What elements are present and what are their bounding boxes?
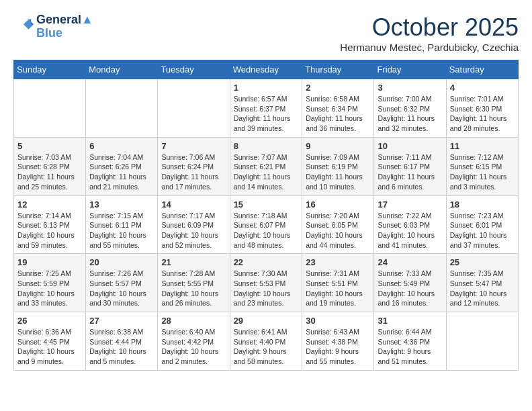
header-saturday: Saturday: [446, 60, 518, 79]
day-detail: Sunrise: 7:18 AM Sunset: 6:07 PM Dayligh…: [234, 211, 299, 250]
calendar-cell: 29Sunrise: 6:41 AM Sunset: 4:40 PM Dayli…: [230, 312, 302, 371]
calendar-week-row: 19Sunrise: 7:25 AM Sunset: 5:59 PM Dayli…: [14, 254, 519, 312]
day-number: 30: [306, 316, 370, 326]
calendar-cell: 16Sunrise: 7:20 AM Sunset: 6:05 PM Dayli…: [302, 195, 374, 254]
day-detail: Sunrise: 6:44 AM Sunset: 4:36 PM Dayligh…: [378, 327, 442, 367]
calendar-cell: 30Sunrise: 6:43 AM Sunset: 4:38 PM Dayli…: [302, 312, 374, 371]
title-block: October 2025 Hermanuv Mestec, Pardubicky…: [340, 13, 519, 53]
calendar-cell: 28Sunrise: 6:40 AM Sunset: 4:42 PM Dayli…: [158, 312, 230, 371]
calendar-cell: 26Sunrise: 6:36 AM Sunset: 4:45 PM Dayli…: [14, 312, 86, 371]
day-detail: Sunrise: 7:12 AM Sunset: 6:15 PM Dayligh…: [450, 152, 515, 192]
header-friday: Friday: [374, 60, 446, 79]
calendar-week-row: 1Sunrise: 6:57 AM Sunset: 6:37 PM Daylig…: [14, 79, 519, 138]
day-detail: Sunrise: 7:00 AM Sunset: 6:32 PM Dayligh…: [378, 94, 442, 134]
calendar-cell: [158, 79, 230, 138]
day-number: 3: [378, 83, 442, 93]
day-detail: Sunrise: 7:35 AM Sunset: 5:47 PM Dayligh…: [450, 269, 515, 308]
day-detail: Sunrise: 6:36 AM Sunset: 4:45 PM Dayligh…: [17, 327, 82, 367]
day-detail: Sunrise: 6:43 AM Sunset: 4:38 PM Dayligh…: [306, 327, 370, 367]
calendar-cell: 1Sunrise: 6:57 AM Sunset: 6:37 PM Daylig…: [230, 79, 302, 138]
day-number: 6: [89, 141, 154, 151]
calendar-cell: 9Sunrise: 7:09 AM Sunset: 6:19 PM Daylig…: [302, 137, 374, 195]
day-number: 11: [450, 141, 515, 151]
logo-text: General▲ Blue: [36, 13, 93, 40]
day-detail: Sunrise: 7:04 AM Sunset: 6:26 PM Dayligh…: [89, 152, 154, 192]
day-number: 23: [306, 257, 370, 267]
calendar-cell: 25Sunrise: 7:35 AM Sunset: 5:47 PM Dayli…: [446, 254, 518, 312]
day-number: 16: [306, 199, 370, 210]
location-title: Hermanuv Mestec, Pardubicky, Czechia: [340, 42, 519, 53]
logo: General▲ Blue: [13, 13, 93, 40]
calendar-header-row: SundayMondayTuesdayWednesdayThursdayFrid…: [14, 60, 519, 79]
day-number: 8: [234, 141, 299, 151]
day-detail: Sunrise: 6:58 AM Sunset: 6:34 PM Dayligh…: [306, 94, 370, 134]
day-number: 29: [234, 316, 299, 326]
day-number: 19: [17, 257, 82, 267]
day-number: 28: [161, 316, 226, 326]
calendar-cell: 20Sunrise: 7:26 AM Sunset: 5:57 PM Dayli…: [86, 254, 158, 312]
day-number: 15: [234, 199, 299, 210]
day-number: 22: [234, 257, 299, 267]
calendar-table: SundayMondayTuesdayWednesdayThursdayFrid…: [13, 60, 519, 371]
day-detail: Sunrise: 7:28 AM Sunset: 5:55 PM Dayligh…: [161, 269, 226, 308]
calendar-week-row: 26Sunrise: 6:36 AM Sunset: 4:45 PM Dayli…: [14, 312, 519, 371]
calendar-cell: 11Sunrise: 7:12 AM Sunset: 6:15 PM Dayli…: [446, 137, 518, 195]
logo-icon: [13, 17, 34, 37]
calendar-cell: 21Sunrise: 7:28 AM Sunset: 5:55 PM Dayli…: [158, 254, 230, 312]
calendar-cell: 23Sunrise: 7:31 AM Sunset: 5:51 PM Dayli…: [302, 254, 374, 312]
calendar-cell: 8Sunrise: 7:07 AM Sunset: 6:21 PM Daylig…: [230, 137, 302, 195]
day-detail: Sunrise: 7:14 AM Sunset: 6:13 PM Dayligh…: [17, 211, 82, 250]
calendar-cell: 7Sunrise: 7:06 AM Sunset: 6:24 PM Daylig…: [158, 137, 230, 195]
calendar-cell: 19Sunrise: 7:25 AM Sunset: 5:59 PM Dayli…: [14, 254, 86, 312]
calendar-cell: 14Sunrise: 7:17 AM Sunset: 6:09 PM Dayli…: [158, 195, 230, 254]
calendar-cell: [446, 312, 518, 371]
day-number: 14: [161, 199, 226, 210]
calendar-cell: 18Sunrise: 7:23 AM Sunset: 6:01 PM Dayli…: [446, 195, 518, 254]
day-number: 17: [378, 199, 442, 210]
day-detail: Sunrise: 7:23 AM Sunset: 6:01 PM Dayligh…: [450, 211, 515, 250]
day-number: 25: [450, 257, 515, 267]
day-detail: Sunrise: 7:07 AM Sunset: 6:21 PM Dayligh…: [234, 152, 299, 192]
day-detail: Sunrise: 6:41 AM Sunset: 4:40 PM Dayligh…: [234, 327, 299, 367]
day-detail: Sunrise: 6:57 AM Sunset: 6:37 PM Dayligh…: [234, 94, 299, 134]
day-detail: Sunrise: 7:01 AM Sunset: 6:30 PM Dayligh…: [450, 94, 515, 134]
day-number: 12: [17, 199, 82, 210]
day-detail: Sunrise: 7:20 AM Sunset: 6:05 PM Dayligh…: [306, 211, 370, 250]
day-number: 4: [450, 83, 515, 93]
day-number: 13: [89, 199, 154, 210]
calendar-cell: 15Sunrise: 7:18 AM Sunset: 6:07 PM Dayli…: [230, 195, 302, 254]
day-detail: Sunrise: 7:31 AM Sunset: 5:51 PM Dayligh…: [306, 269, 370, 308]
header-thursday: Thursday: [302, 60, 374, 79]
day-number: 24: [378, 257, 442, 267]
day-detail: Sunrise: 7:15 AM Sunset: 6:11 PM Dayligh…: [89, 211, 154, 250]
calendar-cell: 12Sunrise: 7:14 AM Sunset: 6:13 PM Dayli…: [14, 195, 86, 254]
day-detail: Sunrise: 7:11 AM Sunset: 6:17 PM Dayligh…: [378, 152, 442, 192]
calendar-cell: 31Sunrise: 6:44 AM Sunset: 4:36 PM Dayli…: [374, 312, 446, 371]
header-tuesday: Tuesday: [158, 60, 230, 79]
day-detail: Sunrise: 7:06 AM Sunset: 6:24 PM Dayligh…: [161, 152, 226, 192]
day-number: 9: [306, 141, 370, 151]
day-number: 18: [450, 199, 515, 210]
day-number: 31: [378, 316, 442, 326]
day-detail: Sunrise: 6:38 AM Sunset: 4:44 PM Dayligh…: [89, 327, 154, 367]
calendar-cell: [14, 79, 86, 138]
header-monday: Monday: [86, 60, 158, 79]
calendar-cell: 3Sunrise: 7:00 AM Sunset: 6:32 PM Daylig…: [374, 79, 446, 138]
calendar-cell: 5Sunrise: 7:03 AM Sunset: 6:28 PM Daylig…: [14, 137, 86, 195]
calendar-cell: 6Sunrise: 7:04 AM Sunset: 6:26 PM Daylig…: [86, 137, 158, 195]
day-detail: Sunrise: 7:09 AM Sunset: 6:19 PM Dayligh…: [306, 152, 370, 192]
day-number: 2: [306, 83, 370, 93]
day-number: 20: [89, 257, 154, 267]
day-detail: Sunrise: 7:25 AM Sunset: 5:59 PM Dayligh…: [17, 269, 82, 308]
page-header: General▲ Blue October 2025 Hermanuv Mest…: [13, 13, 519, 53]
day-number: 5: [17, 141, 82, 151]
calendar-cell: 13Sunrise: 7:15 AM Sunset: 6:11 PM Dayli…: [86, 195, 158, 254]
calendar-cell: 24Sunrise: 7:33 AM Sunset: 5:49 PM Dayli…: [374, 254, 446, 312]
day-number: 1: [234, 83, 299, 93]
day-detail: Sunrise: 7:03 AM Sunset: 6:28 PM Dayligh…: [17, 152, 82, 192]
calendar-cell: 10Sunrise: 7:11 AM Sunset: 6:17 PM Dayli…: [374, 137, 446, 195]
calendar-cell: [86, 79, 158, 138]
day-detail: Sunrise: 7:33 AM Sunset: 5:49 PM Dayligh…: [378, 269, 442, 308]
day-detail: Sunrise: 6:40 AM Sunset: 4:42 PM Dayligh…: [161, 327, 226, 367]
calendar-cell: 27Sunrise: 6:38 AM Sunset: 4:44 PM Dayli…: [86, 312, 158, 371]
